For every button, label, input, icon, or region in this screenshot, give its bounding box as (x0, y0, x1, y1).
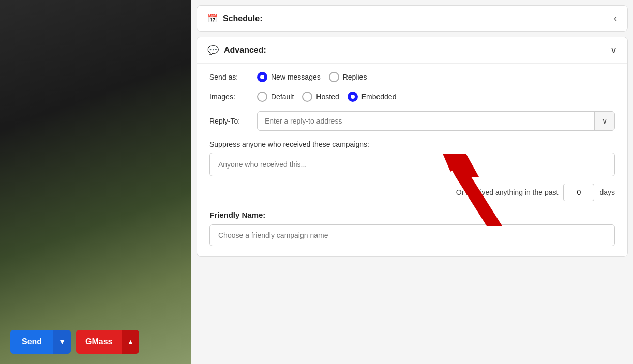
send-as-radio-group: New messages Replies (257, 72, 367, 82)
past-days-input[interactable] (563, 184, 594, 201)
schedule-header-left: 📅 Schedule: (207, 13, 262, 23)
reply-to-row: Reply-To: ∨ (209, 111, 615, 131)
hosted-label: Hosted (316, 93, 339, 101)
schedule-title: Schedule: (223, 14, 262, 23)
hosted-option[interactable]: Hosted (302, 92, 339, 102)
embedded-radio[interactable] (348, 92, 358, 102)
new-messages-option[interactable]: New messages (257, 72, 321, 82)
advanced-header-left: 💬 Advanced: (207, 44, 266, 56)
suppress-input[interactable] (209, 153, 615, 176)
advanced-body: Send as: New messages Replies Images: (197, 63, 627, 256)
left-panel: Send ▼ GMass ▲ (0, 0, 191, 364)
gmass-button[interactable]: GMass (76, 330, 122, 354)
send-button[interactable]: Send (10, 330, 53, 354)
images-label: Images: (209, 93, 251, 101)
schedule-section: 📅 Schedule: ‹ (197, 5, 628, 32)
reply-to-label: Reply-To: (209, 117, 251, 125)
default-label: Default (271, 93, 294, 101)
images-radio-group: Default Hosted Embedded (257, 92, 396, 102)
past-days-text1: Or received anything in the past (456, 188, 559, 196)
calendar-icon: 📅 (207, 13, 218, 23)
friendly-name-label: Friendly Name: (209, 210, 615, 219)
images-row: Images: Default Hosted Embedded (209, 92, 615, 102)
friendly-name-input[interactable] (209, 224, 615, 246)
schedule-chevron: ‹ (614, 13, 617, 24)
bottom-buttons: Send ▼ GMass ▲ (10, 330, 139, 354)
suppress-label: Suppress anyone who received these campa… (209, 140, 615, 148)
send-button-group: Send ▼ (10, 330, 71, 354)
send-as-label: Send as: (209, 73, 251, 81)
past-days-row: Or received anything in the past days (209, 184, 615, 201)
chat-icon: 💬 (207, 44, 219, 56)
replies-option[interactable]: Replies (329, 72, 367, 82)
background-image (0, 0, 191, 364)
advanced-title: Advanced: (224, 46, 266, 55)
send-dropdown-button[interactable]: ▼ (53, 330, 71, 354)
replies-label: Replies (343, 73, 367, 81)
past-days-text2: days (599, 188, 615, 196)
gmass-dropdown-arrow: ▲ (127, 338, 134, 346)
new-messages-radio[interactable] (257, 72, 267, 82)
default-option[interactable]: Default (257, 92, 294, 102)
hosted-radio[interactable] (302, 92, 312, 102)
send-as-row: Send as: New messages Replies (209, 72, 615, 82)
replies-radio[interactable] (329, 72, 339, 82)
gmass-button-group: GMass ▲ (76, 330, 139, 354)
right-panel: 📅 Schedule: ‹ 💬 Advanced: ∨ Send as: New… (191, 0, 633, 364)
reply-to-chevron-btn[interactable]: ∨ (594, 112, 614, 130)
gmass-dropdown-button[interactable]: ▲ (122, 330, 139, 354)
reply-to-input-wrap: ∨ (257, 111, 615, 131)
send-dropdown-arrow: ▼ (58, 338, 66, 346)
schedule-header[interactable]: 📅 Schedule: ‹ (197, 6, 627, 31)
embedded-option[interactable]: Embedded (348, 92, 397, 102)
embedded-label: Embedded (361, 93, 397, 101)
default-radio[interactable] (257, 92, 267, 102)
new-messages-label: New messages (271, 73, 321, 81)
advanced-header[interactable]: 💬 Advanced: ∨ (197, 37, 627, 63)
advanced-section: 💬 Advanced: ∨ Send as: New messages Repl… (197, 37, 628, 257)
reply-to-input[interactable] (258, 112, 594, 130)
advanced-chevron: ∨ (610, 44, 617, 56)
